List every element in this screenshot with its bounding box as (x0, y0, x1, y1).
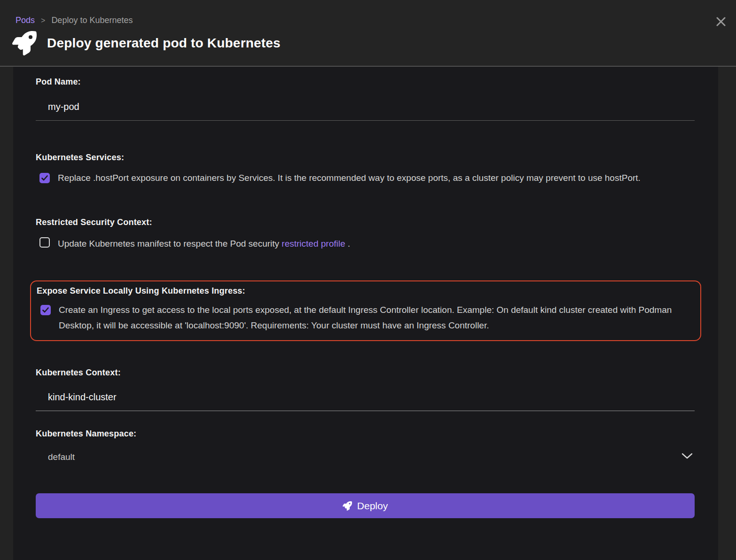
breadcrumb-separator-icon: > (41, 16, 45, 25)
services-description: Replace .hostPort exposure on containers… (58, 170, 641, 186)
namespace-selected-value: default (48, 452, 75, 462)
deploy-rocket-icon (343, 501, 352, 511)
breadcrumb-current: Deploy to Kubernetes (51, 16, 133, 25)
restricted-security-label: Restricted Security Context: (36, 218, 695, 227)
kubernetes-context-input[interactable]: kind-kind-cluster (36, 392, 695, 411)
restricted-checkbox[interactable] (39, 237, 50, 248)
restricted-description-before: Update Kubernetes manifest to respect th… (58, 239, 282, 249)
ingress-highlighted-section: Expose Service Locally Using Kubernetes … (30, 280, 701, 341)
restricted-option-row: Update Kubernetes manifest to respect th… (36, 236, 695, 251)
page-title: Deploy generated pod to Kubernetes (47, 36, 281, 51)
deploy-to-kubernetes-screen: Pods > Deploy to Kubernetes Deploy gener… (0, 0, 736, 560)
ingress-checkbox[interactable] (40, 305, 51, 315)
restricted-profile-link[interactable]: restricted profile (282, 239, 345, 249)
services-checkbox[interactable] (39, 173, 50, 183)
ingress-description: Create an Ingress to get access to the l… (59, 302, 692, 333)
close-button[interactable] (713, 13, 729, 30)
ingress-label: Expose Service Locally Using Kubernetes … (37, 286, 694, 296)
namespace-select[interactable]: default (36, 452, 695, 462)
rocket-icon (12, 31, 37, 55)
page-header: Pods > Deploy to Kubernetes Deploy gener… (0, 0, 736, 67)
deploy-button[interactable]: Deploy (36, 493, 695, 518)
ingress-option-row: Create an Ingress to get access to the l… (37, 302, 694, 333)
restricted-description: Update Kubernetes manifest to respect th… (58, 236, 350, 251)
deploy-form-panel: Pod Name: my-pod Kubernetes Services: Re… (13, 67, 718, 560)
deploy-button-label: Deploy (357, 500, 388, 512)
chevron-down-icon (681, 453, 693, 461)
services-option-row: Replace .hostPort exposure on containers… (36, 170, 695, 186)
checkmark-icon (42, 307, 49, 313)
kubernetes-services-label: Kubernetes Services: (36, 153, 695, 163)
title-row: Deploy generated pod to Kubernetes (12, 31, 281, 55)
close-icon (715, 16, 727, 27)
breadcrumb-pods-link[interactable]: Pods (16, 16, 35, 25)
kubernetes-context-label: Kubernetes Context: (36, 368, 695, 378)
pod-name-label: Pod Name: (36, 77, 695, 87)
restricted-description-after: . (345, 239, 351, 249)
breadcrumb: Pods > Deploy to Kubernetes (16, 16, 133, 25)
kubernetes-namespace-label: Kubernetes Namespace: (36, 429, 695, 439)
checkmark-icon (41, 175, 48, 181)
pod-name-input[interactable]: my-pod (36, 101, 695, 121)
